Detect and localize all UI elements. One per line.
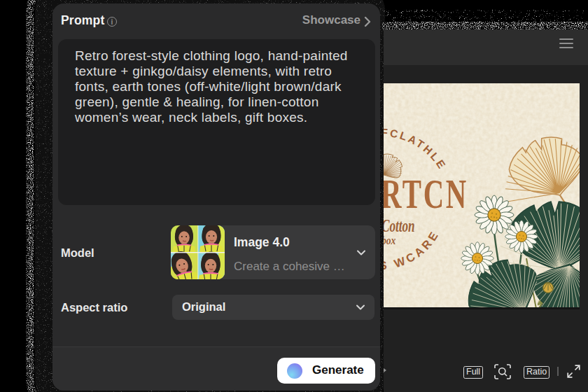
- svg-text:Cotton: Cotton: [384, 215, 415, 236]
- svg-text:RTCN: RTCN: [384, 170, 468, 217]
- svg-text:box: box: [384, 234, 396, 247]
